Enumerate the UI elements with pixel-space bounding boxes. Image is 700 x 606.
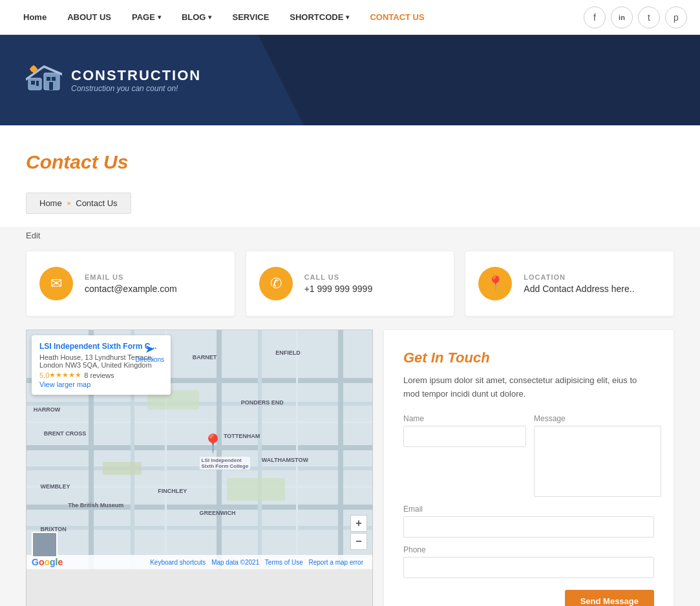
svg-rect-4 <box>47 77 50 81</box>
phone-field-group: Phone <box>403 545 654 578</box>
message-field-group: Message <box>534 414 661 497</box>
form-intro: Lorem ipsum dolor sit amet, consectetur … <box>403 374 654 401</box>
nav-contact[interactable]: CONTACT US <box>359 0 434 35</box>
email-card: ✉ EMAIL US contact@example.com <box>26 251 235 317</box>
page-title: Contact Us <box>26 151 674 173</box>
nav-home[interactable]: Home <box>13 0 57 35</box>
svg-rect-1 <box>31 81 35 85</box>
hero-logo-text: CONSTRUCTION Construction you can count … <box>71 67 201 93</box>
chevron-down-icon: ▾ <box>346 14 349 21</box>
map-section: 📍 BOREHAMWOOD BARNET ENFIELD PONDERS END… <box>26 329 373 606</box>
map-view-larger[interactable]: View larger map <box>39 381 163 388</box>
breadcrumb: Home » Contact Us <box>26 193 131 214</box>
svg-rect-9 <box>33 65 34 68</box>
nav-shortcode[interactable]: SHORTCODE▾ <box>279 0 359 35</box>
nav-service[interactable]: SERVICE <box>222 0 279 35</box>
location-card: 📍 LOCATION Add Contact Address here.. <box>465 251 674 317</box>
send-message-button[interactable]: Send Message <box>565 590 654 606</box>
svg-rect-11 <box>30 68 32 70</box>
message-label: Message <box>534 414 661 423</box>
social-icons: f in t p <box>584 6 687 28</box>
directions-icon: ➤ <box>145 342 154 356</box>
location-icon: 📍 <box>478 267 512 300</box>
svg-rect-5 <box>52 77 56 81</box>
phone-icon: ✆ <box>259 267 293 300</box>
phone-card-text: CALL US +1 999 999 9999 <box>304 273 373 294</box>
svg-rect-6 <box>49 82 53 90</box>
linkedin-icon[interactable]: in <box>611 6 633 28</box>
zoom-in-button[interactable]: + <box>350 515 367 532</box>
phone-card: ✆ CALL US +1 999 999 9999 <box>246 251 455 317</box>
nav-about[interactable]: ABOUT US <box>57 0 122 35</box>
keyboard-shortcuts-link[interactable]: Keyboard shortcuts <box>150 559 206 566</box>
hero-banner: CONSTRUCTION Construction you can count … <box>0 35 700 125</box>
breadcrumb-current: Contact Us <box>76 198 117 208</box>
map-info-box: LSI Independent Sixth Form C... Heath Ho… <box>32 335 171 395</box>
directions-button[interactable]: ➤ Directions <box>136 342 164 363</box>
map-controls: + − <box>350 515 367 550</box>
hero-logo: CONSTRUCTION Construction you can count … <box>26 59 201 102</box>
nav-menu: Home ABOUT US PAGE▾ BLOG▾ SERVICE SHORTC… <box>13 0 435 35</box>
map-thumbnail <box>32 532 58 558</box>
breadcrumb-home[interactable]: Home <box>39 198 62 208</box>
map-pin: 📍 <box>202 433 224 454</box>
breadcrumb-bar: Home » Contact Us <box>0 186 700 227</box>
svg-rect-2 <box>36 81 39 86</box>
nav-blog[interactable]: BLOG▾ <box>171 0 222 35</box>
message-input[interactable] <box>534 426 661 497</box>
map-rating-value: 5.0 <box>39 371 49 379</box>
svg-rect-12 <box>35 68 37 70</box>
email-icon: ✉ <box>39 267 73 300</box>
edit-label: Edit <box>0 227 700 244</box>
email-card-text: EMAIL US contact@example.com <box>85 273 177 294</box>
email-field-group: Email <box>403 505 654 538</box>
twitter-icon[interactable]: t <box>638 6 660 28</box>
info-cards: ✉ EMAIL US contact@example.com ✆ CALL US… <box>0 244 700 329</box>
phone-label: Phone <box>403 545 654 554</box>
hero-shape: CONSTRUCTION Construction you can count … <box>0 35 304 125</box>
map-footer: Google Keyboard shortcuts Map data ©2021… <box>27 555 372 569</box>
map-reviews: 8 reviews <box>84 371 114 379</box>
nav-page[interactable]: PAGE▾ <box>122 0 171 35</box>
report-error-link[interactable]: Report a map error <box>309 559 363 566</box>
construction-icon <box>26 59 62 102</box>
form-title: Get In Touch <box>403 350 654 366</box>
pinterest-icon[interactable]: p <box>665 6 687 28</box>
location-card-text: LOCATION Add Contact Address here.. <box>524 273 634 294</box>
google-logo: Google <box>32 557 63 567</box>
map-data-link[interactable]: Map data ©2021 <box>211 559 259 566</box>
page-title-section: Contact Us <box>0 125 700 186</box>
chevron-down-icon: ▾ <box>158 14 161 21</box>
map-placeholder: 📍 BOREHAMWOOD BARNET ENFIELD PONDERS END… <box>27 330 372 569</box>
form-row-phone: Phone <box>403 545 654 578</box>
email-label: Email <box>403 505 654 514</box>
navbar: Home ABOUT US PAGE▾ BLOG▾ SERVICE SHORTC… <box>0 0 700 35</box>
main-content: 📍 BOREHAMWOOD BARNET ENFIELD PONDERS END… <box>0 329 700 606</box>
contact-form-section: Get In Touch Lorem ipsum dolor sit amet,… <box>383 329 674 606</box>
form-row-name-message: Name Message <box>403 414 654 497</box>
chevron-down-icon: ▾ <box>208 14 211 21</box>
svg-rect-10 <box>33 72 34 74</box>
name-field-group: Name <box>403 414 526 497</box>
terms-of-use-link[interactable]: Terms of Use <box>265 559 303 566</box>
zoom-out-button[interactable]: − <box>350 533 367 550</box>
name-input[interactable] <box>403 426 526 447</box>
email-input[interactable] <box>403 516 654 538</box>
breadcrumb-separator: » <box>67 200 71 207</box>
name-label: Name <box>403 414 526 423</box>
phone-input[interactable] <box>403 557 654 578</box>
facebook-icon[interactable]: f <box>584 6 606 28</box>
form-row-email: Email <box>403 505 654 538</box>
